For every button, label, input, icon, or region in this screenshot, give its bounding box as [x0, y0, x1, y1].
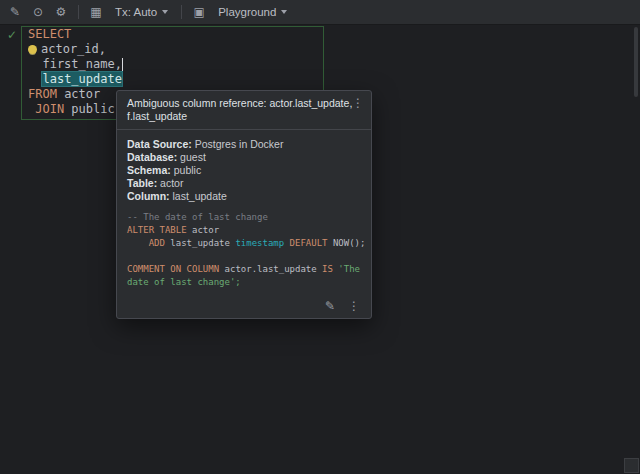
code-line[interactable]: FROM actor	[28, 87, 129, 102]
run-success-gutter-icon[interactable]: ✓	[7, 28, 17, 43]
info-value: actor	[157, 177, 183, 189]
popup-title: Ambiguous column reference: actor.last_u…	[127, 97, 345, 123]
edit-icon[interactable]: ✎	[325, 299, 335, 313]
code-token: NOW();	[328, 238, 366, 248]
popup-footer: ✎ ⋮	[117, 293, 371, 318]
vertical-scrollbar-thumb[interactable]	[634, 27, 638, 97]
data-grid-icon[interactable]: ▦	[85, 2, 107, 22]
playground-label: Playground	[218, 6, 276, 18]
query-console-toolbar: ✎ ⊙ ⚙ ▦ Tx: Auto ▣ Playground	[0, 0, 640, 25]
documentation-popup: Ambiguous column reference: actor.last_u…	[116, 90, 372, 319]
info-value: guest	[177, 151, 206, 163]
scrollbar-corner	[624, 458, 639, 473]
footer-more-options-icon[interactable]: ⋮	[348, 299, 360, 313]
info-label: Table:	[127, 177, 157, 189]
popup-info: Data Source: Postgres in DockerDatabase:…	[117, 130, 371, 203]
code-token: IS	[322, 264, 333, 274]
chevron-down-icon	[281, 10, 287, 14]
chevron-down-icon	[162, 10, 168, 14]
popup-code-line: ADD last_update timestamp DEFAULT NOW();	[127, 237, 363, 250]
popup-code-line: ALTER TABLE actor	[127, 224, 363, 237]
code-token: date of last change';	[127, 277, 241, 287]
code-token: actor	[57, 87, 100, 101]
code-token: last_update	[42, 72, 121, 86]
info-value: Postgres in Docker	[192, 138, 284, 150]
code-token: actor.last_update	[219, 264, 322, 274]
popup-header: Ambiguous column reference: actor.last_u…	[117, 91, 371, 129]
popup-info-row: Table: actor	[127, 177, 361, 190]
info-label: Data Source:	[127, 138, 192, 150]
popup-info-row: Column: last_update	[127, 190, 361, 203]
code-token: DEFAULT	[290, 238, 328, 248]
popup-title-line: Ambiguous column reference: actor.last_u…	[127, 97, 345, 110]
code-line[interactable]: first_name,	[28, 57, 129, 72]
code-line[interactable]: JOIN public.f	[28, 102, 129, 117]
info-label: Schema:	[127, 164, 171, 176]
tx-mode-label: Tx: Auto	[115, 6, 157, 18]
database-ide-window: ✎ ⊙ ⚙ ▦ Tx: Auto ▣ Playground ✓ SELECTac…	[0, 0, 640, 474]
code-token: COMMENT ON COLUMN	[127, 264, 219, 274]
code-token: ADD	[127, 238, 165, 248]
tx-mode-dropdown[interactable]: Tx: Auto	[108, 2, 175, 22]
code-token: timestamp	[235, 238, 284, 248]
popup-code: -- The date of last changeALTER TABLE ac…	[117, 211, 371, 293]
pencil-icon[interactable]: ✎	[4, 2, 26, 22]
info-label: Column:	[127, 190, 170, 202]
popup-title-line: f.last_update	[127, 110, 345, 123]
popup-info-row: Database: guest	[127, 151, 361, 164]
popup-info-row: Data Source: Postgres in Docker	[127, 138, 361, 151]
console-icon[interactable]: ▣	[188, 2, 210, 22]
code-line[interactable]: SELECT	[28, 27, 129, 42]
info-value: last_update	[170, 190, 227, 202]
code-line[interactable]: actor_id,	[28, 42, 129, 57]
intention-bulb-icon[interactable]	[28, 45, 37, 54]
info-value: public	[171, 164, 201, 176]
code-token: actor	[187, 225, 220, 235]
popup-code-line	[127, 250, 363, 263]
toolbar-separator	[78, 5, 79, 19]
code-token: 'The	[338, 264, 360, 274]
code-token: FROM	[28, 87, 57, 101]
popup-info-row: Schema: public	[127, 164, 361, 177]
power-icon[interactable]: ⊙	[27, 2, 49, 22]
code-token: actor_id,	[41, 42, 106, 56]
code-token	[28, 72, 42, 86]
code-line[interactable]: last_update	[28, 72, 129, 87]
code-area[interactable]: SELECTactor_id, first_name, last_updateF…	[28, 27, 129, 117]
playground-selector-dropdown[interactable]: Playground	[211, 2, 294, 22]
toolbar-separator	[181, 5, 182, 19]
code-token: last_update	[165, 238, 235, 248]
popup-code-line: COMMENT ON COLUMN actor.last_update IS '…	[127, 263, 363, 276]
code-token: SELECT	[28, 27, 71, 41]
text-caret	[122, 58, 124, 71]
popup-code-line: -- The date of last change	[127, 211, 363, 224]
settings-gear-icon[interactable]: ⚙	[50, 2, 72, 22]
code-token: first_name,	[28, 57, 122, 71]
info-label: Database:	[127, 151, 177, 163]
code-token: -- The date of last change	[127, 212, 268, 222]
popup-code-line: date of last change';	[127, 276, 363, 289]
code-token: JOIN	[28, 102, 64, 116]
code-token: ALTER TABLE	[127, 225, 187, 235]
title-more-options-icon[interactable]: ⋮	[352, 96, 364, 110]
